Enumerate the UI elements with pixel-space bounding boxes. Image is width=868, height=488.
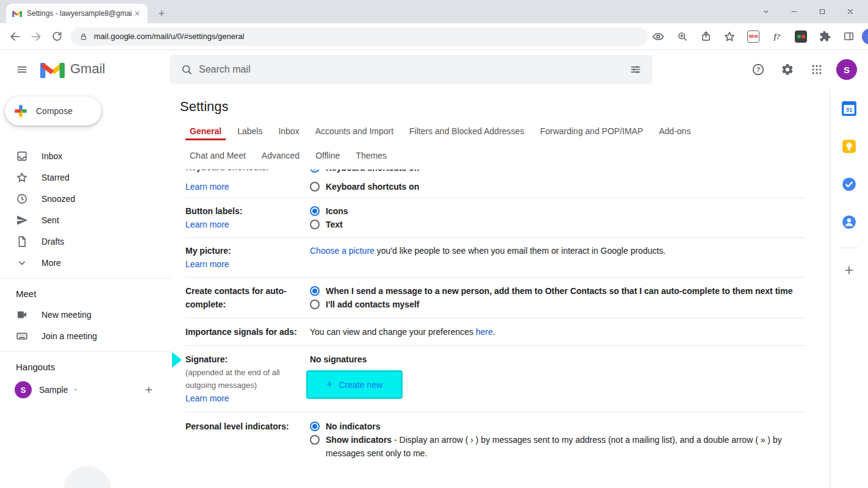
new-hangout-plus-icon[interactable] xyxy=(144,385,154,395)
share-icon[interactable] xyxy=(695,26,716,47)
radio-unselected[interactable] xyxy=(310,220,320,229)
hangouts-avatar: S xyxy=(15,381,32,398)
browser-profile-avatar[interactable]: S xyxy=(862,29,868,45)
radio-unselected[interactable] xyxy=(310,182,320,192)
signature-subtext: (appended at the end of all outgoing mes… xyxy=(185,366,296,392)
tab-close-icon[interactable] xyxy=(132,8,143,19)
radio-option[interactable]: No indicators xyxy=(310,420,805,433)
row-label: My picture: xyxy=(185,244,304,257)
tasks-icon[interactable] xyxy=(837,172,861,196)
browser-tab[interactable]: Settings - lawyersample8@gmail xyxy=(6,4,148,23)
extensions-puzzle-icon[interactable] xyxy=(814,26,835,47)
google-apps-grid-icon[interactable] xyxy=(802,55,831,84)
sidebar-item-new-meeting[interactable]: New meeting xyxy=(0,304,171,325)
settings-gear-icon[interactable] xyxy=(773,55,802,84)
search-options-tune-icon[interactable] xyxy=(623,57,648,82)
radio-option[interactable]: Show indicators - Display an arrow ( › )… xyxy=(310,433,805,460)
here-link[interactable]: here xyxy=(476,327,493,337)
tab-offline[interactable]: Offline xyxy=(311,148,344,165)
tab-accounts-and-import[interactable]: Accounts and Import xyxy=(311,123,398,140)
tab-general[interactable]: General xyxy=(185,123,226,140)
window-maximize-icon[interactable] xyxy=(808,0,836,23)
radio-option[interactable]: I'll add contacts myself xyxy=(310,298,805,311)
settings-row-button-labels: Button labels: Learn more Icons Text xyxy=(185,198,805,238)
signature-status: No signatures xyxy=(310,353,805,366)
search-bar xyxy=(170,55,653,84)
sidebar-item-label: More xyxy=(41,258,61,268)
search-input[interactable] xyxy=(199,64,623,75)
side-panel-icon[interactable] xyxy=(838,26,859,47)
account-avatar[interactable]: S xyxy=(836,59,857,80)
keep-icon[interactable] xyxy=(837,134,861,159)
help-icon[interactable]: ? xyxy=(744,55,773,84)
lock-icon xyxy=(79,32,88,41)
sidebar-item-snoozed[interactable]: Snoozed xyxy=(0,188,171,209)
radio-selected[interactable] xyxy=(310,170,320,173)
compose-button[interactable]: Compose xyxy=(5,96,101,126)
preview-eye-icon[interactable] xyxy=(648,26,669,47)
tab-inbox[interactable]: Inbox xyxy=(274,123,303,140)
get-add-ons-plus-icon[interactable] xyxy=(837,258,861,282)
sidebar-item-inbox[interactable]: Inbox xyxy=(0,145,171,167)
sidebar-item-join-meeting[interactable]: Join a meeting xyxy=(0,325,171,346)
learn-more-link[interactable]: Learn more xyxy=(185,218,304,231)
back-icon[interactable] xyxy=(5,26,26,47)
tab-filters[interactable]: Filters and Blocked Addresses xyxy=(405,123,528,140)
tab-search-chevron-icon[interactable] xyxy=(752,0,780,23)
settings-row-personal-indicators: Personal level indicators: No indicators… xyxy=(185,412,805,460)
tab-labels[interactable]: Labels xyxy=(233,123,267,140)
radio-selected[interactable] xyxy=(310,422,320,431)
svg-text:31: 31 xyxy=(846,106,853,113)
sidebar-item-more[interactable]: More xyxy=(0,252,171,273)
bookmark-star-icon[interactable] xyxy=(719,26,740,47)
learn-more-link[interactable]: Learn more xyxy=(185,257,304,271)
sidebar-item-label: Starred xyxy=(41,173,70,182)
tab-advanced[interactable]: Advanced xyxy=(257,148,304,165)
window-minimize-icon[interactable] xyxy=(780,0,808,23)
sidebar-item-starred[interactable]: Starred xyxy=(0,167,171,188)
settings-row-auto-complete: Create contacts for auto-complete: When … xyxy=(185,278,805,318)
main-menu-hamburger-icon[interactable] xyxy=(7,55,37,84)
radio-unselected[interactable] xyxy=(310,435,320,445)
zoom-icon[interactable] xyxy=(672,26,692,47)
rail-divider xyxy=(841,248,858,248)
tab-forwarding[interactable]: Forwarding and POP/IMAP xyxy=(536,123,647,140)
extension-recorder-icon[interactable] xyxy=(791,26,811,47)
sidebar-item-sent[interactable]: Sent xyxy=(0,209,171,231)
extension-fq-icon[interactable]: f? xyxy=(767,26,787,47)
forward-icon[interactable] xyxy=(26,26,46,47)
inbox-icon xyxy=(16,150,28,162)
settings-row-importance-signals: Importance signals for ads: You can view… xyxy=(185,318,805,346)
row-label: Importance signals for ads: xyxy=(185,325,304,339)
radio-option[interactable]: Icons xyxy=(310,204,805,218)
radio-option[interactable]: When I send a message to a new person, a… xyxy=(310,284,805,298)
radio-selected[interactable] xyxy=(310,206,320,216)
search-icon[interactable] xyxy=(174,57,199,82)
contacts-icon[interactable] xyxy=(837,210,861,234)
extension-new-icon[interactable]: NEW xyxy=(743,26,764,47)
radio-option[interactable]: Keyboard shortcuts on xyxy=(310,180,419,193)
radio-option[interactable]: Text xyxy=(310,218,805,231)
meet-section-heading: Meet xyxy=(0,284,171,304)
browser-toolbar: mail.google.com/mail/u/0/#settings/gener… xyxy=(0,23,868,50)
learn-more-link[interactable]: Learn more xyxy=(185,180,229,193)
sidebar-item-label: Sent xyxy=(41,215,59,225)
tab-add-ons[interactable]: Add-ons xyxy=(655,123,695,140)
tab-themes[interactable]: Themes xyxy=(351,148,391,165)
plus-icon: + xyxy=(326,378,333,391)
radio-unselected[interactable] xyxy=(310,300,320,309)
address-bar[interactable]: mail.google.com/mail/u/0/#settings/gener… xyxy=(71,27,648,46)
tab-chat-and-meet[interactable]: Chat and Meet xyxy=(185,148,250,165)
hangouts-user-row[interactable]: S Sample xyxy=(0,377,171,403)
calendar-icon[interactable]: 31 xyxy=(837,96,861,121)
new-tab-button[interactable] xyxy=(154,5,170,21)
sidebar-item-drafts[interactable]: Drafts xyxy=(0,231,171,252)
create-new-signature-button[interactable]: + Create new xyxy=(306,370,403,399)
learn-more-link[interactable]: Learn more xyxy=(185,392,304,405)
gmail-logo[interactable]: Gmail xyxy=(40,60,105,78)
choose-picture-link[interactable]: Choose a picture xyxy=(310,246,375,256)
radio-option[interactable]: Keyboard shortcuts off xyxy=(310,170,420,174)
radio-selected[interactable] xyxy=(310,286,320,296)
window-close-icon[interactable] xyxy=(836,0,864,23)
reload-icon[interactable] xyxy=(46,26,67,47)
